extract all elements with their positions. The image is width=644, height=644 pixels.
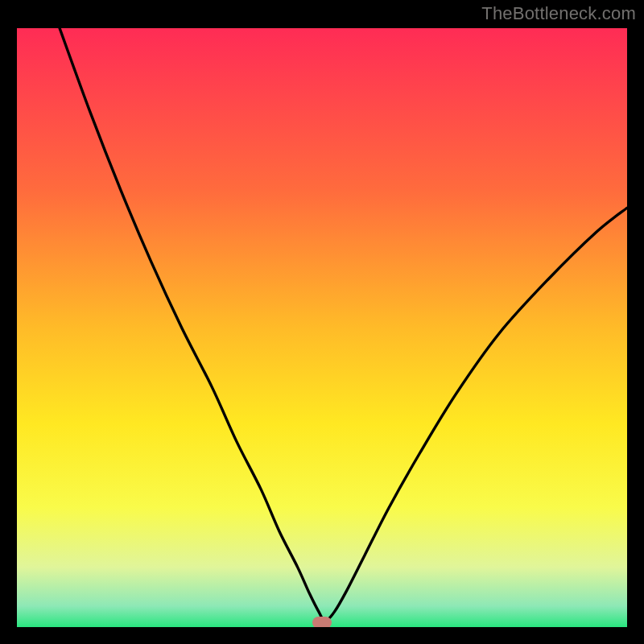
plot-area	[17, 28, 627, 627]
chart-container: TheBottleneck.com	[0, 0, 644, 644]
bottleneck-curve	[17, 28, 627, 627]
optimal-marker	[312, 617, 332, 627]
watermark-text: TheBottleneck.com	[481, 3, 636, 24]
